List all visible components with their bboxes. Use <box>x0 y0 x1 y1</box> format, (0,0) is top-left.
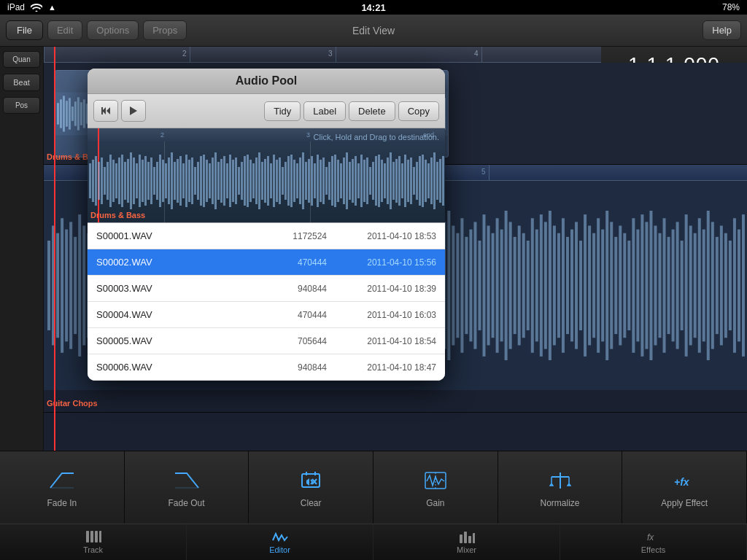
svg-rect-299 <box>89 163 91 198</box>
svg-rect-315 <box>136 163 138 198</box>
svg-rect-254 <box>566 237 569 334</box>
svg-rect-290 <box>724 233 727 338</box>
svg-rect-346 <box>226 163 228 198</box>
svg-rect-138 <box>56 233 59 338</box>
nav-mixer[interactable]: Mixer <box>374 524 560 560</box>
svg-rect-289 <box>720 226 723 346</box>
svg-rect-320 <box>150 158 152 204</box>
file-row-2[interactable]: S00002.WAV4704442011-04-10 15:56 <box>88 249 445 276</box>
gain-icon <box>422 467 449 494</box>
svg-rect-412 <box>419 156 421 206</box>
svg-rect-411 <box>416 162 418 200</box>
normalize-label: Normalize <box>541 498 580 508</box>
svg-rect-141 <box>69 222 72 349</box>
options-button[interactable]: Options <box>87 20 139 40</box>
svg-rect-341 <box>212 158 214 204</box>
svg-rect-227 <box>447 211 450 360</box>
nav-track[interactable]: Track <box>0 524 187 560</box>
svg-rect-239 <box>500 230 503 342</box>
props-button[interactable]: Props <box>143 20 187 40</box>
status-bar: iPad ▲ 14:21 78% <box>0 0 747 15</box>
svg-rect-391 <box>357 163 360 198</box>
fade-in-button[interactable]: Fade In <box>0 451 125 524</box>
svg-rect-382 <box>331 156 333 206</box>
tidy-button[interactable]: Tidy <box>264 101 301 121</box>
svg-rect-235 <box>482 214 485 357</box>
nav-effects[interactable]: fx Effects <box>560 524 747 560</box>
file-row-6[interactable]: S00006.WAV9408442011-04-10 18:47 <box>88 354 445 381</box>
edit-button[interactable]: Edit <box>47 20 82 40</box>
file-row-4[interactable]: S00004.WAV4704442011-04-10 16:03 <box>88 302 445 328</box>
svg-rect-263 <box>605 211 608 360</box>
device-label: iPad <box>7 2 25 12</box>
svg-rect-279 <box>676 222 679 349</box>
svg-rect-441 <box>468 536 471 543</box>
svg-rect-293 <box>738 230 740 342</box>
svg-rect-275 <box>658 233 661 338</box>
svg-rect-397 <box>375 156 377 206</box>
file-size-2: 470444 <box>261 257 327 268</box>
editor-nav-icon <box>272 530 288 543</box>
svg-rect-414 <box>425 160 427 202</box>
audio-pool-modal: Audio Pool <box>88 69 445 381</box>
svg-rect-328 <box>174 162 176 200</box>
svg-rect-272 <box>645 222 648 349</box>
svg-rect-398 <box>378 155 380 207</box>
svg-rect-280 <box>681 241 684 330</box>
svg-rect-325 <box>165 163 167 198</box>
svg-rect-389 <box>352 159 354 203</box>
svg-rect-274 <box>654 226 657 346</box>
file-name-1: S00001.WAV <box>96 230 261 241</box>
quantize-button[interactable]: Quan <box>3 51 40 68</box>
fade-in-label: Fade In <box>47 498 77 508</box>
nav-editor[interactable]: Editor <box>187 524 374 560</box>
play-button[interactable] <box>121 100 146 122</box>
svg-rect-390 <box>355 156 357 206</box>
file-row-5[interactable]: S00005.WAV7056442011-04-10 18:54 <box>88 328 445 354</box>
label-button[interactable]: Label <box>303 101 346 121</box>
waveform-preview: 2 3 end <box>88 128 445 223</box>
svg-rect-377 <box>317 155 319 207</box>
file-date-2: 2011-04-10 15:56 <box>327 257 436 268</box>
pos-button[interactable]: Pos <box>3 97 40 114</box>
rewind-button[interactable] <box>93 100 118 122</box>
svg-rect-322 <box>156 162 158 200</box>
svg-rect-376 <box>314 163 316 198</box>
apply-effect-button[interactable]: +fx Apply Effect <box>622 451 747 524</box>
file-list: S00001.WAV11725242011-04-10 18:53S00002.… <box>88 223 445 381</box>
normalize-button[interactable]: Normalize <box>498 451 623 524</box>
file-button[interactable]: File <box>6 20 43 40</box>
svg-rect-387 <box>346 152 348 209</box>
file-date-3: 2011-04-10 18:39 <box>327 284 436 294</box>
svg-rect-264 <box>610 222 613 349</box>
svg-rect-394 <box>366 158 368 204</box>
copy-button[interactable]: Copy <box>398 101 439 121</box>
clear-label: Clear <box>301 498 322 508</box>
file-name-3: S00003.WAV <box>96 283 261 294</box>
svg-text:+fx: +fx <box>674 476 690 488</box>
svg-rect-241 <box>509 222 512 349</box>
file-row-3[interactable]: S00003.WAV9408442011-04-10 18:39 <box>88 276 445 302</box>
mixer-nav-icon <box>459 530 475 543</box>
file-row-1[interactable]: S00001.WAV11725242011-04-10 18:53 <box>88 223 445 249</box>
gain-button[interactable]: Gain <box>374 451 498 524</box>
svg-rect-253 <box>562 218 565 353</box>
file-date-6: 2011-04-10 18:47 <box>327 362 436 373</box>
help-button[interactable]: Help <box>703 20 741 40</box>
svg-rect-348 <box>232 160 234 202</box>
fade-out-button[interactable]: Fade Out <box>125 451 249 524</box>
svg-rect-144 <box>82 226 85 346</box>
svg-rect-268 <box>627 241 630 330</box>
svg-rect-326 <box>168 158 170 204</box>
track-area: 1.1.1.000 2 3 4 <box>44 47 747 451</box>
beat-button[interactable]: Beat <box>3 74 40 91</box>
fade-out-icon <box>174 467 200 494</box>
svg-rect-284 <box>698 218 701 353</box>
delete-button[interactable]: Delete <box>349 101 395 121</box>
wifi-icon <box>31 3 42 12</box>
svg-rect-282 <box>689 226 692 346</box>
svg-rect-379 <box>322 158 325 204</box>
svg-rect-378 <box>320 160 322 202</box>
svg-rect-296 <box>101 107 103 114</box>
clear-button[interactable]: Clear <box>249 451 374 524</box>
